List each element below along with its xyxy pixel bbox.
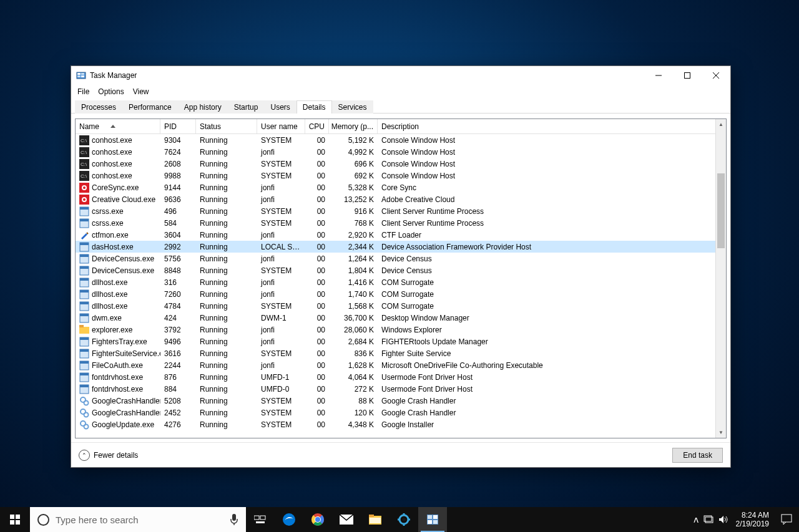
table-row[interactable]: C:\conhost.exe9988RunningSYSTEM00692 KCo… bbox=[76, 170, 726, 181]
col-mem[interactable]: Memory (p... bbox=[329, 119, 378, 133]
volume-icon[interactable] bbox=[718, 515, 728, 524]
scroll-up-icon[interactable]: ▲ bbox=[716, 119, 726, 130]
process-description: Usermode Font Driver Host bbox=[378, 373, 726, 382]
file-explorer-icon[interactable] bbox=[361, 507, 390, 532]
process-pid: 9636 bbox=[160, 195, 196, 204]
table-row[interactable]: C:\conhost.exe7624Runningjonfi004,992 KC… bbox=[76, 146, 726, 158]
system-tray[interactable]: ʌ bbox=[691, 507, 731, 532]
process-status: Running bbox=[196, 231, 257, 239]
tab-processes[interactable]: Processes bbox=[75, 100, 122, 114]
maximize-button[interactable] bbox=[673, 66, 702, 85]
menu-file[interactable]: File bbox=[77, 87, 89, 96]
settings-icon[interactable] bbox=[390, 507, 418, 532]
process-memory: 2,344 K bbox=[329, 243, 378, 251]
process-memory: 4,348 K bbox=[329, 420, 378, 429]
table-row[interactable]: DeviceCensus.exe8848RunningSYSTEM001,804… bbox=[76, 264, 726, 276]
process-status: Running bbox=[196, 420, 257, 429]
col-cpu[interactable]: CPU bbox=[305, 119, 329, 133]
edge-icon[interactable] bbox=[275, 507, 303, 532]
clock[interactable]: 8:24 AM 2/19/2019 bbox=[731, 511, 774, 529]
close-button[interactable] bbox=[702, 66, 730, 85]
mail-icon[interactable] bbox=[332, 507, 361, 532]
table-row[interactable]: FighterSuiteService.e...3616RunningSYSTE… bbox=[76, 347, 726, 359]
network-icon[interactable] bbox=[703, 515, 713, 524]
table-row[interactable]: DeviceCensus.exe5756Runningjonfi001,264 … bbox=[76, 253, 726, 264]
process-description: Desktop Window Manager bbox=[378, 314, 726, 322]
minimize-button[interactable] bbox=[644, 66, 673, 85]
start-button[interactable] bbox=[0, 507, 30, 532]
scroll-down-icon[interactable]: ▼ bbox=[716, 427, 726, 438]
tab-services[interactable]: Services bbox=[332, 100, 373, 114]
svg-rect-47 bbox=[80, 349, 89, 352]
process-memory: 692 K bbox=[329, 172, 378, 180]
process-user: SYSTEM bbox=[257, 207, 305, 216]
svg-rect-43 bbox=[79, 325, 84, 327]
process-icon bbox=[79, 218, 89, 228]
fewer-details-button[interactable]: ⌃ Fewer details bbox=[79, 450, 138, 461]
tray-chevron-icon[interactable]: ʌ bbox=[694, 515, 699, 525]
process-name: Creative Cloud.exe bbox=[92, 195, 155, 204]
svg-point-81 bbox=[403, 518, 406, 521]
process-name: fontdrvhost.exe bbox=[92, 373, 143, 382]
process-memory: 4,064 K bbox=[329, 373, 378, 382]
table-row[interactable]: GoogleCrashHandler...2452RunningSYSTEM00… bbox=[76, 407, 726, 418]
process-status: Running bbox=[196, 278, 257, 287]
table-row[interactable]: dllhost.exe316Runningjonfi001,416 KCOM S… bbox=[76, 276, 726, 288]
col-user[interactable]: User name bbox=[257, 119, 305, 133]
table-row[interactable]: GoogleUpdate.exe4276RunningSYSTEM004,348… bbox=[76, 418, 726, 430]
table-row[interactable]: fontdrvhost.exe876RunningUMFD-1004,064 K… bbox=[76, 371, 726, 383]
process-cpu: 00 bbox=[305, 302, 329, 311]
tabbar: ProcessesPerformanceApp historyStartupUs… bbox=[71, 99, 730, 114]
table-row[interactable]: FileCoAuth.exe2244Runningjonfi001,628 KM… bbox=[76, 359, 726, 371]
tab-app-history[interactable]: App history bbox=[178, 100, 228, 114]
process-cpu: 00 bbox=[305, 373, 329, 382]
table-row[interactable]: C:\conhost.exe2608RunningSYSTEM00696 KCo… bbox=[76, 158, 726, 170]
table-row[interactable]: GoogleCrashHandler...5208RunningSYSTEM00… bbox=[76, 395, 726, 407]
search-box[interactable]: Type here to search bbox=[30, 507, 246, 532]
process-memory: 36,700 K bbox=[329, 314, 378, 322]
col-desc[interactable]: Description bbox=[378, 119, 726, 133]
process-status: Running bbox=[196, 349, 257, 358]
menu-view[interactable]: View bbox=[133, 87, 149, 96]
task-manager-taskbar-icon[interactable] bbox=[418, 507, 447, 532]
process-description: CTF Loader bbox=[378, 231, 726, 239]
table-row[interactable]: CoreSync.exe9144Runningjonfi005,328 KCor… bbox=[76, 181, 726, 193]
process-name: DeviceCensus.exe bbox=[92, 254, 154, 263]
process-status: Running bbox=[196, 160, 257, 168]
table-row[interactable]: dllhost.exe4784RunningSYSTEM001,568 KCOM… bbox=[76, 300, 726, 312]
col-name[interactable]: Name bbox=[76, 119, 160, 133]
table-row[interactable]: dllhost.exe7260Runningjonfi001,740 KCOM … bbox=[76, 288, 726, 300]
table-row[interactable]: csrss.exe496RunningSYSTEM00916 KClient S… bbox=[76, 205, 726, 217]
process-pid: 7624 bbox=[160, 148, 196, 157]
table-row[interactable]: FightersTray.exe9496Runningjonfi002,684 … bbox=[76, 336, 726, 347]
table-row[interactable]: dasHost.exe2992RunningLOCAL SE...002,344… bbox=[76, 241, 726, 253]
tab-users[interactable]: Users bbox=[264, 100, 296, 114]
table-row[interactable]: ctfmon.exe3604Runningjonfi002,920 KCTF L… bbox=[76, 229, 726, 241]
tab-details[interactable]: Details bbox=[297, 100, 332, 114]
process-user: jonfi bbox=[257, 254, 305, 263]
task-view-icon[interactable] bbox=[246, 507, 275, 532]
process-user: SYSTEM bbox=[257, 160, 305, 168]
menu-options[interactable]: Options bbox=[98, 87, 124, 96]
process-cpu: 00 bbox=[305, 266, 329, 275]
table-row[interactable]: C:\conhost.exe9304RunningSYSTEM005,192 K… bbox=[76, 134, 726, 146]
scroll-thumb[interactable] bbox=[717, 173, 725, 248]
table-row[interactable]: fontdrvhost.exe884RunningUMFD-000272 KUs… bbox=[76, 383, 726, 395]
table-row[interactable]: csrss.exe584RunningSYSTEM00768 KClient S… bbox=[76, 217, 726, 229]
table-body[interactable]: C:\conhost.exe9304RunningSYSTEM005,192 K… bbox=[76, 134, 726, 438]
end-task-button[interactable]: End task bbox=[672, 448, 723, 463]
col-status[interactable]: Status bbox=[196, 119, 257, 133]
tab-performance[interactable]: Performance bbox=[122, 100, 178, 114]
mic-icon[interactable] bbox=[230, 513, 238, 526]
process-cpu: 00 bbox=[305, 219, 329, 228]
table-row[interactable]: dwm.exe424RunningDWM-10036,700 KDesktop … bbox=[76, 312, 726, 324]
process-description: Client Server Runtime Process bbox=[378, 219, 726, 228]
tab-startup[interactable]: Startup bbox=[228, 100, 265, 114]
chrome-icon[interactable] bbox=[303, 507, 332, 532]
table-row[interactable]: Creative Cloud.exe9636Runningjonfi0013,2… bbox=[76, 193, 726, 205]
col-pid[interactable]: PID bbox=[160, 119, 196, 133]
vertical-scrollbar[interactable]: ▲ ▼ bbox=[715, 119, 726, 438]
action-center-icon[interactable] bbox=[774, 507, 799, 532]
titlebar[interactable]: Task Manager bbox=[71, 66, 730, 85]
table-row[interactable]: explorer.exe3792Runningjonfi0028,060 KWi… bbox=[76, 324, 726, 336]
